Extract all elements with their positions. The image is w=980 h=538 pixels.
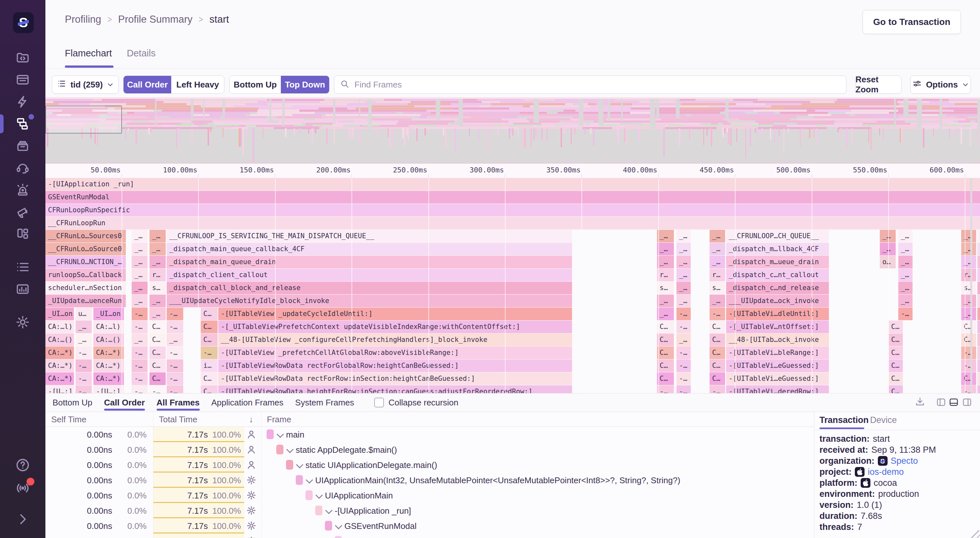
flame-frame[interactable]: C… xyxy=(889,346,903,359)
frame-panel-tab-system-frames[interactable]: System Frames xyxy=(295,394,354,412)
frame-name[interactable]: static UIApplicationDelegate.main() xyxy=(305,460,437,470)
flame-frame[interactable]: __CFRunLoopRun xyxy=(45,217,980,230)
flame-frame[interactable]: CFRunLoopRunSpecific xyxy=(45,204,980,216)
flame-frame[interactable]: _UI…on xyxy=(93,308,124,320)
flame-frame[interactable]: _dispatch_main_queue_drain xyxy=(167,256,572,268)
flame-frame[interactable]: u… xyxy=(76,308,92,320)
sort-left-heavy-button[interactable]: Left Heavy xyxy=(171,76,224,93)
flamechart[interactable]: -[UIApplication _run]GSEventRunModalCFRu… xyxy=(45,178,980,393)
flame-frame[interactable]: C… xyxy=(201,321,218,333)
flame-frame[interactable]: -[UITableVi…bleRange:] xyxy=(726,346,829,359)
flame-frame[interactable]: s… xyxy=(150,282,166,294)
direction-top-down-button[interactable]: Top Down xyxy=(281,76,329,93)
sidebar-item-archive[interactable] xyxy=(0,135,45,157)
flame-frame[interactable]: _… xyxy=(898,269,913,281)
header-total-time[interactable]: Total Time xyxy=(159,414,197,425)
flame-frame[interactable]: C… xyxy=(961,321,976,333)
gear-icon[interactable] xyxy=(247,536,256,538)
flame-frame[interactable]: ___UIUpdateCycleNotifyIdle_block_invoke xyxy=(167,295,572,307)
flame-frame[interactable]: C… xyxy=(889,321,903,333)
flame-frame[interactable]: C… xyxy=(889,372,903,385)
flame-frame[interactable]: -[UITableView _updateCycleIdleUntil:] xyxy=(218,308,572,320)
flame-frame[interactable]: -[U…:] xyxy=(45,386,74,393)
table-row[interactable]: 0.00ns0.0%7.17s100.0%static AppDelegate.… xyxy=(45,442,814,457)
flame-frame[interactable]: -… xyxy=(132,372,148,385)
flame-frame[interactable]: -… xyxy=(961,346,976,359)
flame-frame[interactable]: -[UIApplication _run] xyxy=(45,178,980,190)
expand-caret-icon[interactable] xyxy=(277,431,284,438)
flame-frame[interactable]: GSEventRunModal xyxy=(45,191,980,203)
flame-frame[interactable]: _… xyxy=(657,243,674,256)
frame-panel-tab-all-frames[interactable]: All Frames xyxy=(157,394,200,412)
flame-frame[interactable]: s… xyxy=(710,282,725,294)
flame-frame[interactable]: -… xyxy=(710,308,725,320)
minimap-viewport[interactable] xyxy=(45,106,122,133)
frame-name[interactable]: -[UIApplication _run] xyxy=(335,506,411,516)
flame-frame[interactable] xyxy=(977,386,980,393)
flame-frame[interactable]: ___UIUpdate…ock_invoke xyxy=(726,295,829,307)
expand-caret-icon[interactable] xyxy=(315,492,323,499)
gear-icon[interactable] xyxy=(247,490,256,500)
flame-frame[interactable]: -… xyxy=(132,386,148,393)
flame-frame[interactable]: -… xyxy=(676,359,691,372)
sidebar-item-whats-new[interactable] xyxy=(0,480,45,497)
flame-frame[interactable]: -[UITableVi…eGuessed:] xyxy=(726,359,829,372)
flame-frame[interactable]: s… xyxy=(961,282,976,294)
flame-frame[interactable]: scheduler…nSection xyxy=(45,282,126,294)
flame-frame[interactable]: __CFRUNLOOP_IS_SERVICING_THE_MAIN_DISPAT… xyxy=(167,230,572,243)
flame-frame[interactable]: _… xyxy=(961,230,976,243)
sort-direction-icon[interactable]: ↓ xyxy=(249,414,253,425)
sentry-logo[interactable]: S xyxy=(13,12,34,33)
flame-frame[interactable]: -… xyxy=(132,346,148,359)
flame-frame[interactable]: _… xyxy=(150,230,166,243)
flame-frame[interactable]: _… xyxy=(898,230,913,243)
flame-frame[interactable]: C… xyxy=(710,321,725,333)
flame-frame[interactable]: -… xyxy=(167,346,183,359)
flame-frame[interactable]: _dispatch_c…nt_callout xyxy=(726,269,829,281)
flame-frame[interactable]: -… xyxy=(657,386,674,393)
flame-frame[interactable]: CA:…l) xyxy=(93,321,124,333)
flame-frame[interactable]: __48-[UITab…ock_invoke xyxy=(726,333,829,346)
flame-frame[interactable]: -[UITableView _prefetchCellAtGlobalRow:a… xyxy=(218,346,572,359)
frame-name[interactable]: CFRunLoopRunSpecific xyxy=(354,536,445,538)
flame-frame[interactable]: _… xyxy=(710,295,725,307)
header-self-time[interactable]: Self Time xyxy=(51,414,86,425)
flame-frame[interactable] xyxy=(977,359,980,372)
flame-frame[interactable] xyxy=(977,256,980,268)
flame-frame[interactable]: _… xyxy=(167,333,183,346)
sidebar-collapse-button[interactable] xyxy=(0,511,45,528)
breadcrumb-item[interactable]: start xyxy=(210,14,229,25)
flame-frame[interactable]: _dispatch_call_block_and_release xyxy=(167,282,572,294)
flame-frame[interactable]: C… xyxy=(889,359,903,372)
sidebar-item-projects[interactable] xyxy=(0,47,45,69)
flame-frame[interactable]: C… xyxy=(657,359,674,372)
user-icon[interactable] xyxy=(247,429,256,439)
flame-frame[interactable] xyxy=(977,333,980,346)
flame-frame[interactable]: i… xyxy=(201,359,218,372)
detail-value[interactable]: ios-demo xyxy=(868,467,904,477)
flame-frame[interactable]: _… xyxy=(961,295,976,307)
flame-frame[interactable]: _… xyxy=(657,230,674,243)
table-row[interactable]: 0.00ns0.0%7.17s100.0%GSEventRunModal xyxy=(45,518,814,533)
flame-frame[interactable]: -… xyxy=(76,372,92,385)
flame-frame[interactable]: _… xyxy=(676,333,691,346)
flame-frame[interactable]: _… xyxy=(961,243,976,256)
flame-frame[interactable]: -[U…:] xyxy=(93,386,124,393)
flame-frame[interactable]: runloopSo…Callback xyxy=(45,269,126,281)
flame-frame[interactable]: C… xyxy=(710,359,725,372)
breadcrumb-item[interactable]: Profile Summary xyxy=(118,14,192,25)
flame-frame[interactable]: C… xyxy=(150,359,166,372)
flamechart-scrollbar[interactable] xyxy=(970,178,972,393)
flame-frame[interactable] xyxy=(977,282,980,294)
flame-frame[interactable]: _… xyxy=(676,243,691,256)
sidebar-item-stats[interactable] xyxy=(0,278,45,300)
flame-frame[interactable]: _… xyxy=(710,230,725,243)
flame-frame[interactable]: _dispatch_m…ueue_drain xyxy=(726,256,829,268)
table-row[interactable]: 0.00ns0.0%7.17s100.0%UIApplicationMain xyxy=(45,488,814,503)
flame-frame[interactable]: -[UITableVi…eGuessed:] xyxy=(726,372,829,385)
flame-frame[interactable]: CA:…() xyxy=(45,333,74,346)
flame-frame[interactable]: r… xyxy=(150,269,166,281)
flame-frame[interactable]: C… xyxy=(710,346,725,359)
flame-frame[interactable]: _dispatch_m…llback_4CF xyxy=(726,243,829,256)
expand-caret-icon[interactable] xyxy=(335,522,342,530)
